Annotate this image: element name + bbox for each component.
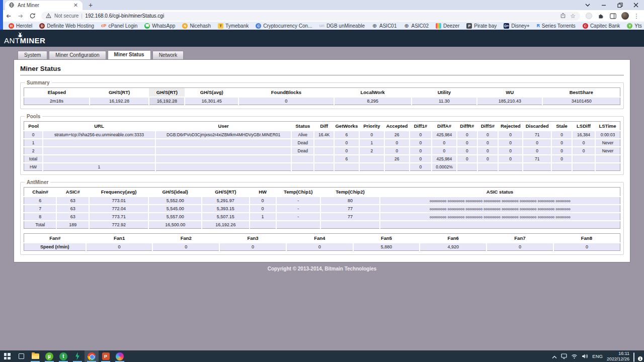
column-header: Discarded xyxy=(523,122,551,131)
table-cell xyxy=(320,221,380,229)
wifi-icon[interactable] xyxy=(571,352,578,361)
address-bar[interactable]: Not secure 192.168.0.6/cgi-bin/minerStat… xyxy=(41,12,580,21)
bookmark-series-torrents[interactable]: RSeries Torrents xyxy=(533,23,579,29)
tab-network[interactable]: Network xyxy=(152,51,184,59)
column-header: DiffR# xyxy=(457,122,477,131)
bookmark-asic02-icon: ⊕ xyxy=(404,23,410,29)
tray-monitor-icon[interactable] xyxy=(561,352,567,361)
restore-button[interactable] xyxy=(612,0,628,10)
bookmark-capitec-bank[interactable]: CCapitec Bank xyxy=(579,23,623,29)
table-cell: 0 xyxy=(410,131,432,139)
bookmark-asic02[interactable]: ⊕ASIC02 xyxy=(400,23,432,29)
table-cell: 425,984 xyxy=(432,131,456,139)
table-cell xyxy=(291,163,314,171)
start-button[interactable] xyxy=(0,350,14,362)
table-cell xyxy=(155,139,292,147)
new-tab-button[interactable]: + xyxy=(89,1,93,10)
bookmark-label: Capitec Bank xyxy=(590,23,620,29)
table-row: total6260425,984000710 xyxy=(24,155,620,163)
side-panel-icon[interactable] xyxy=(608,11,618,21)
bookmark-cpanel-login[interactable]: cPcPanel Login xyxy=(98,23,141,29)
tab-search-chevron-icon[interactable] xyxy=(580,0,596,10)
table-cell: 0 xyxy=(572,139,595,147)
utorrent-icon[interactable]: µ xyxy=(42,350,56,362)
bookmark-definite-web-hosting[interactable]: DDefinite Web Hosting xyxy=(36,23,98,29)
bookmark-dgb-unmineable[interactable]: unDGB unMineable xyxy=(315,23,368,29)
file-explorer-icon[interactable] xyxy=(28,350,42,362)
volume-icon[interactable] xyxy=(582,352,588,361)
tab-miner-status[interactable]: Miner Status xyxy=(108,50,151,59)
extensions-puzzle-icon[interactable] xyxy=(596,11,606,21)
table-cell: 16,301.45 xyxy=(185,97,238,105)
back-icon[interactable] xyxy=(3,11,14,21)
clock-date: 2022/12/26 xyxy=(607,356,629,361)
browser-tab[interactable]: Ant Miner ✕ xyxy=(5,1,83,10)
bookmark-star-icon[interactable]: ☆ xyxy=(570,13,576,19)
chrome-icon[interactable] xyxy=(85,350,99,362)
table-cell: 1 xyxy=(250,213,276,221)
minimize-button[interactable] xyxy=(596,0,612,10)
table-cell: 0 xyxy=(384,147,409,155)
clock[interactable]: 16:11 2022/12/26 xyxy=(607,351,629,361)
paint3d-icon[interactable] xyxy=(113,350,127,362)
table-cell: Dead xyxy=(291,139,314,147)
nicehash-miner-icon[interactable] xyxy=(70,350,85,362)
profile-avatar[interactable] xyxy=(620,11,630,21)
table-cell: 1 xyxy=(359,139,385,147)
tab-system[interactable]: System xyxy=(18,51,47,59)
forward-icon[interactable] xyxy=(15,11,26,21)
table-cell: 5,552.00 xyxy=(148,197,202,205)
column-header: GH/S(ideal) xyxy=(148,188,202,197)
tray-chevron-up-icon[interactable] xyxy=(552,352,557,361)
utorrent-web-icon[interactable]: t xyxy=(56,350,70,362)
table-cell: 5,393.15 xyxy=(202,205,249,213)
bookmark-asic01[interactable]: ⊕ASIC01 xyxy=(368,23,400,29)
table-cell: 5,291.97 xyxy=(202,197,249,205)
table-row: 763772.045,545.005,393.150-77oooooooo oo… xyxy=(24,205,620,213)
bookmark-deezer-icon xyxy=(436,23,441,29)
close-button[interactable] xyxy=(628,0,644,10)
bookmark-cryptocurrency-con[interactable]: CCryptocurrency Con... xyxy=(252,23,315,29)
table-cell xyxy=(155,155,292,163)
task-view-button[interactable] xyxy=(14,350,28,362)
bookmark-nicehash[interactable]: NNicehash xyxy=(179,23,214,29)
table-cell xyxy=(43,139,155,147)
bookmark-herotel[interactable]: HHerotel xyxy=(5,23,36,29)
antminer-header: ANTMINER xyxy=(0,30,644,47)
browser-menu-icon[interactable]: ⋮ xyxy=(632,13,641,20)
paint3d-icon-glyph xyxy=(116,352,124,360)
extension-disabled-icon[interactable] xyxy=(584,11,594,21)
table-cell: 772.92 xyxy=(89,221,148,229)
table-cell: 0 xyxy=(498,147,523,155)
bookmark-yts[interactable]: YYts xyxy=(623,23,644,29)
omnibox-divider xyxy=(82,14,82,19)
bookmark-pirate-bay[interactable]: PPirate bay xyxy=(463,23,500,29)
share-icon[interactable] xyxy=(560,13,566,20)
table-cell: Total xyxy=(24,221,57,229)
table-cell: 6 xyxy=(334,131,359,139)
table-cell: 16,192.28 xyxy=(90,97,149,105)
bookmark-deezer[interactable]: Deezer xyxy=(432,23,463,29)
bookmarks-bar: HHerotelDDefinite Web HostingcPcPanel Lo… xyxy=(0,22,644,30)
reload-icon[interactable] xyxy=(27,11,38,21)
table-cell xyxy=(314,155,334,163)
table-cell xyxy=(457,163,477,171)
bookmark-tymebank[interactable]: TTymebank xyxy=(214,23,252,29)
bookmark-whatsapp[interactable]: ☎WhatsApp xyxy=(141,23,179,29)
bookmark-yts-icon: Y xyxy=(627,23,632,29)
antminer-section: AntMiner Chain#ASIC#Frequency(avg)GH/S(i… xyxy=(20,179,624,255)
column-header: FoundBlocks xyxy=(238,88,334,98)
powerpoint-icon[interactable]: P xyxy=(99,350,113,362)
table-cell: 0 xyxy=(477,131,498,139)
tab-close-icon[interactable]: ✕ xyxy=(72,2,79,9)
chains-table: Chain#ASIC#Frequency(avg)GH/S(ideal)GH/S… xyxy=(24,187,620,229)
language-indicator[interactable]: ENG xyxy=(592,353,603,359)
tab-miner-configuration[interactable]: Miner Configuration xyxy=(49,51,106,59)
table-cell: 0.0002% xyxy=(432,163,456,171)
windows-taskbar: µtP ENG 16:11 2022/12/26 1 xyxy=(0,350,644,362)
bookmark-disney-plus[interactable]: D+Disney+ xyxy=(500,23,533,29)
table-cell: 80 xyxy=(320,197,380,205)
table-cell xyxy=(572,155,595,163)
table-cell: 773.01 xyxy=(89,197,148,205)
notification-center-icon[interactable]: 1 xyxy=(633,353,641,360)
